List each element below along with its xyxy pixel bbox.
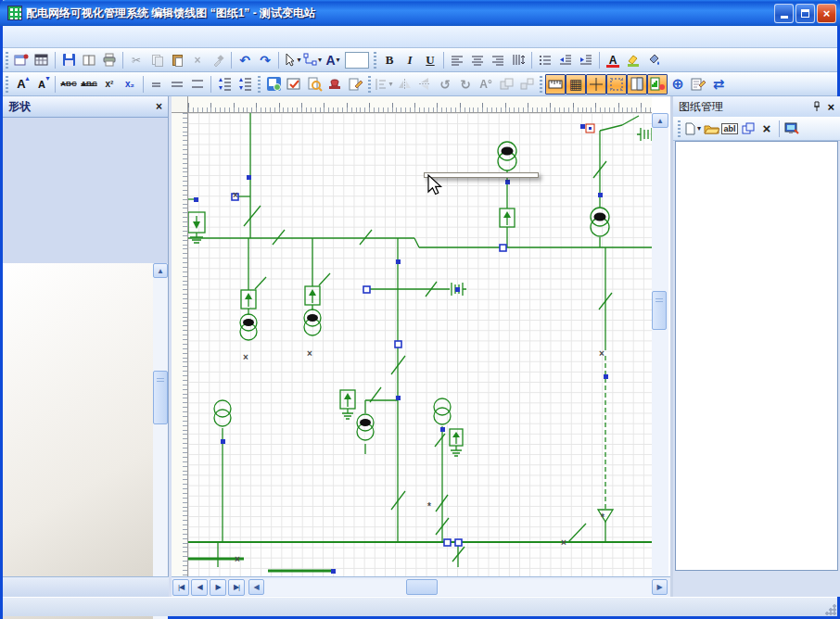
maximize-button[interactable] xyxy=(795,4,815,23)
scroll-left-icon[interactable]: ◀ xyxy=(248,579,264,595)
format-painter-icon[interactable] xyxy=(208,50,228,70)
preview-icon[interactable] xyxy=(79,50,99,70)
shrink-font-icon[interactable]: A▼ xyxy=(32,74,52,95)
bullet-list-icon[interactable] xyxy=(535,50,555,70)
align-shapes-icon[interactable]: ▾ xyxy=(374,74,394,95)
group-icon[interactable] xyxy=(496,74,516,95)
space-after-icon[interactable] xyxy=(235,74,255,95)
save-icon[interactable] xyxy=(58,50,79,70)
guides-toggle-icon[interactable] xyxy=(586,74,606,95)
line-spacing-1-icon[interactable] xyxy=(146,74,167,95)
cascade-sheets-icon[interactable] xyxy=(739,119,757,139)
check-drawing-icon[interactable] xyxy=(284,74,304,95)
selection-handles[interactable] xyxy=(194,124,608,574)
print-icon[interactable] xyxy=(99,50,120,70)
flip-horizontal-icon[interactable] xyxy=(394,74,414,95)
toolbar-grip[interactable] xyxy=(540,76,542,93)
pointer-tool-icon[interactable]: ▾ xyxy=(282,50,302,70)
title-bar[interactable]: 配电网络可视化管理系统 编辑馈线图 “图纸1” - 测试变电站 × xyxy=(0,0,840,26)
scroll-thumb[interactable] xyxy=(406,579,438,595)
resize-grip[interactable] xyxy=(824,603,836,615)
next-page-icon[interactable]: ▶ xyxy=(210,579,226,596)
rename-sheet-icon[interactable]: abl xyxy=(720,119,739,139)
double-strikethrough-icon[interactable]: ABC xyxy=(79,74,99,95)
underline-button[interactable]: U xyxy=(420,50,440,70)
align-center-icon[interactable] xyxy=(467,50,488,70)
toolbar-grip[interactable] xyxy=(374,52,376,69)
rotate-text-icon[interactable]: A° xyxy=(476,74,496,95)
redo-icon[interactable]: ↷ xyxy=(255,50,275,70)
new-sheet-icon[interactable]: ▾ xyxy=(683,119,702,139)
align-left-icon[interactable] xyxy=(447,50,467,70)
increase-indent-icon[interactable] xyxy=(576,50,596,70)
properties-icon[interactable] xyxy=(688,74,708,95)
diagram-grid[interactable]: ×× ×× ×× ** xyxy=(188,113,652,576)
ruler-toggle-icon[interactable] xyxy=(545,74,566,95)
edit-document-icon[interactable] xyxy=(345,74,365,95)
space-before-icon[interactable] xyxy=(214,74,235,95)
italic-button[interactable]: I xyxy=(400,50,420,70)
canvas-hscrollbar[interactable]: ◀ ▶ xyxy=(248,579,668,596)
line-spacing-15-icon[interactable] xyxy=(167,74,187,95)
glue-points-toggle-icon[interactable] xyxy=(606,74,627,95)
close-button[interactable]: × xyxy=(817,4,836,23)
new-drawing-icon[interactable] xyxy=(11,50,32,70)
scroll-right-icon[interactable]: ▶ xyxy=(652,579,668,595)
grid-toggle-icon[interactable]: ▦ xyxy=(566,74,586,95)
cut-icon[interactable]: ✂ xyxy=(126,50,146,70)
drawings-panel-close-icon[interactable]: × xyxy=(827,100,834,114)
size-combo[interactable] xyxy=(345,52,369,69)
approval-stamp-icon[interactable] xyxy=(325,74,345,95)
zoom-fit-icon[interactable]: ⊕ xyxy=(668,74,688,95)
connector-arrows-icon[interactable]: ⇄ xyxy=(708,74,729,95)
subscript-icon[interactable]: x₂ xyxy=(120,74,140,95)
scroll-thumb[interactable] xyxy=(652,291,667,330)
grow-font-icon[interactable]: A▲ xyxy=(11,74,32,95)
connector-tool-icon[interactable]: ▾ xyxy=(302,50,323,70)
drawing-table-icon[interactable] xyxy=(32,50,52,70)
copy-icon[interactable] xyxy=(146,50,167,70)
page-setup-icon[interactable] xyxy=(627,74,647,95)
paste-icon[interactable] xyxy=(167,50,187,70)
highlight-icon[interactable] xyxy=(623,50,643,70)
undo-icon[interactable]: ↶ xyxy=(235,50,255,70)
diagram-nodes[interactable] xyxy=(232,194,506,546)
minimize-button[interactable] xyxy=(774,4,794,23)
rotate-right-icon[interactable]: ↻ xyxy=(455,74,476,95)
superscript-icon[interactable]: x² xyxy=(99,74,120,95)
delete-sheet-icon[interactable]: × xyxy=(757,119,776,139)
line-spacing-2-icon[interactable] xyxy=(187,74,208,95)
scroll-thumb[interactable] xyxy=(153,371,168,424)
prev-page-icon[interactable]: ◀ xyxy=(191,579,208,596)
shapes-scrollbar[interactable]: ▲ ▼ xyxy=(153,263,168,619)
decrease-indent-icon[interactable] xyxy=(555,50,576,70)
substation-monitor-icon[interactable] xyxy=(783,119,801,139)
font-color-icon[interactable]: A xyxy=(603,50,623,70)
toolbar-grip[interactable] xyxy=(6,76,8,93)
view-drawing-icon[interactable] xyxy=(263,74,284,95)
text-tool-icon[interactable]: A▾ xyxy=(323,50,343,70)
first-page-icon[interactable]: |◀ xyxy=(172,579,189,596)
flip-vertical-icon[interactable] xyxy=(414,74,435,95)
vertical-align-icon[interactable] xyxy=(508,50,528,70)
toolbar-grip[interactable] xyxy=(678,120,681,137)
pin-icon[interactable] xyxy=(812,101,821,112)
fill-color-icon[interactable] xyxy=(643,50,664,70)
strikethrough-icon[interactable]: ABC xyxy=(58,74,79,95)
toolbar-grip[interactable] xyxy=(258,76,261,93)
toolbar-grip[interactable] xyxy=(6,52,8,69)
canvas-vscrollbar[interactable]: ▲ ▼ xyxy=(652,113,668,593)
scroll-up-icon[interactable]: ▲ xyxy=(652,113,668,128)
toolbar-grip[interactable] xyxy=(368,76,371,93)
last-page-icon[interactable]: ▶| xyxy=(228,579,245,596)
delete-icon[interactable]: × xyxy=(187,50,208,70)
find-drawing-icon[interactable] xyxy=(304,74,325,95)
data-source-icon[interactable] xyxy=(647,74,668,95)
shapes-panel-close-icon[interactable]: × xyxy=(156,100,162,113)
bold-button[interactable]: B xyxy=(379,50,400,70)
align-right-icon[interactable] xyxy=(488,50,508,70)
ungroup-icon[interactable] xyxy=(516,74,537,95)
scroll-up-icon[interactable]: ▲ xyxy=(153,263,168,278)
open-sheet-icon[interactable] xyxy=(702,119,720,139)
rotate-left-icon[interactable]: ↺ xyxy=(435,74,455,95)
